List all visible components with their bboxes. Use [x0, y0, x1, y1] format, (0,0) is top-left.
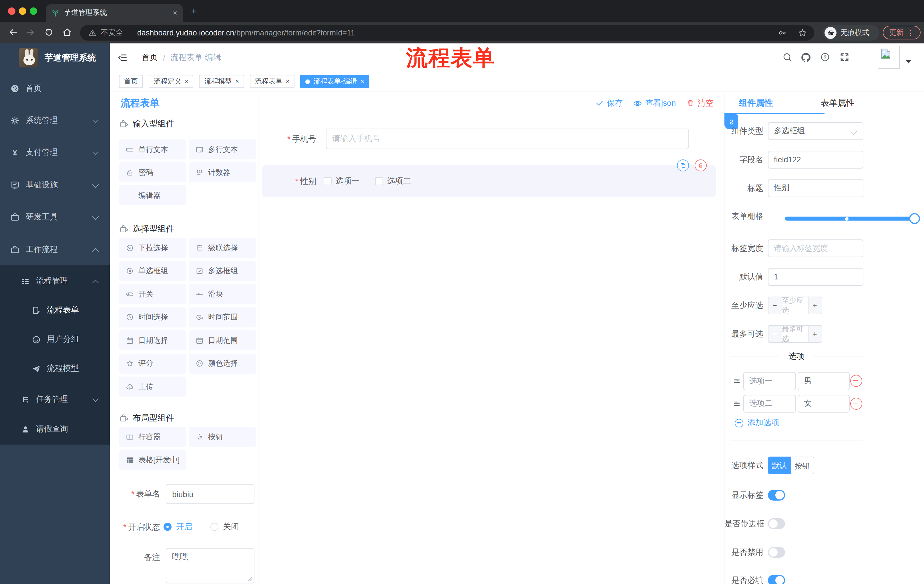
security-warning-icon[interactable]	[88, 28, 97, 37]
drag-handle-icon[interactable]	[733, 400, 741, 407]
tag-close-icon[interactable]: ×	[185, 78, 188, 85]
sidebar-item-system[interactable]: 系统管理	[0, 106, 110, 135]
avatar[interactable]	[878, 46, 900, 69]
grid-slider-handle[interactable]	[909, 213, 920, 224]
copy-component-button[interactable]	[677, 160, 689, 171]
chip-slider[interactable]: 滑块	[189, 284, 256, 304]
tag-home[interactable]: 首页	[119, 75, 143, 88]
view-json-button[interactable]: 查看json	[633, 98, 676, 108]
form-remark-textarea[interactable]: 嘿嘿	[166, 548, 254, 584]
stepper-increase-button[interactable]: +	[808, 297, 822, 314]
show-label-toggle[interactable]	[767, 490, 785, 500]
checkbox[interactable]	[375, 177, 383, 185]
clear-button[interactable]: 清空	[686, 98, 714, 108]
remove-option-button[interactable]	[850, 375, 862, 387]
tag-process-model[interactable]: 流程模型×	[199, 75, 244, 88]
gender-option-2[interactable]: 选项二	[375, 165, 411, 197]
gender-option-1[interactable]: 选项一	[323, 165, 360, 197]
bookmark-star-icon[interactable]	[798, 28, 807, 38]
chip-multi-line-text[interactable]: 多行文本	[189, 140, 256, 160]
chip-cascade-select[interactable]: 级联选择	[189, 238, 256, 258]
chip-button[interactable]: 按钮	[189, 427, 256, 447]
default-value-input[interactable]: 1	[767, 268, 863, 286]
checkbox[interactable]	[323, 177, 332, 185]
chip-table-dev[interactable]: 表格[开发中]	[119, 450, 186, 470]
stepper-decrease-button[interactable]: −	[768, 297, 782, 314]
chip-time-picker[interactable]: 时间选择	[119, 307, 186, 327]
password-key-icon[interactable]	[778, 28, 787, 38]
chip-date-range[interactable]: 日期范围	[189, 330, 256, 350]
style-default-button[interactable]: 默认	[767, 456, 791, 474]
chip-rate[interactable]: 评分	[119, 354, 186, 373]
title-input[interactable]: 性别	[767, 179, 863, 197]
search-icon[interactable]	[782, 52, 792, 62]
tag-close-icon[interactable]: ×	[361, 78, 364, 85]
chip-color-picker[interactable]: 颜色选择	[189, 354, 256, 373]
style-button-button[interactable]: 按钮	[791, 456, 814, 474]
fullscreen-icon[interactable]	[839, 52, 850, 62]
chip-row-container[interactable]: 行容器	[119, 427, 186, 447]
help-icon[interactable]: ?	[820, 52, 830, 62]
tab-form-props[interactable]: 表单属性	[806, 92, 869, 114]
form-name-input[interactable]: biubiu	[166, 484, 254, 504]
tag-process-form-edit[interactable]: 流程表单-编辑×	[300, 75, 370, 88]
tag-process-form[interactable]: 流程表单×	[250, 75, 295, 88]
phone-input[interactable]: 请输入手机号	[326, 128, 689, 149]
sidebar-item-devtools[interactable]: 研发工具	[0, 203, 110, 232]
radio-off[interactable]	[210, 523, 218, 531]
chip-time-range[interactable]: 时间范围	[189, 307, 256, 327]
radio-off-label[interactable]: 关闭	[223, 522, 239, 532]
tab-close-icon[interactable]: ×	[170, 8, 177, 17]
grid-slider-track[interactable]	[785, 217, 918, 220]
field-name-input[interactable]: field122	[767, 151, 863, 168]
tag-process-definition[interactable]: 流程定义×	[148, 75, 193, 88]
tag-close-icon[interactable]: ×	[286, 78, 290, 85]
option-value-input[interactable]: 男	[798, 372, 850, 390]
app-logo[interactable]: 芋道管理系统	[0, 43, 110, 72]
tag-close-icon[interactable]: ×	[235, 78, 239, 85]
radio-on-label[interactable]: 开启	[176, 522, 192, 532]
browser-tab[interactable]: 芋道管理系统 ×	[46, 4, 183, 22]
chip-switch[interactable]: 开关	[119, 284, 186, 304]
sidebar-item-user-groups[interactable]: 用户分组	[0, 325, 110, 354]
drag-handle-icon[interactable]	[733, 377, 741, 385]
sidebar-item-leave-query[interactable]: 请假查询	[0, 415, 110, 443]
max-checked-placeholder[interactable]: 最多可选	[782, 326, 808, 342]
sidebar-fold-icon[interactable]	[117, 53, 127, 63]
remove-option-button[interactable]	[850, 397, 862, 410]
chip-single-line-text[interactable]: 单行文本	[119, 140, 186, 160]
required-toggle[interactable]	[767, 574, 785, 584]
tab-component-props[interactable]: 组件属性	[724, 92, 787, 114]
browser-update-button[interactable]: 更新 ⋮	[883, 26, 921, 39]
sidebar-item-process-management[interactable]: 流程管理	[0, 267, 110, 295]
avatar-caret-icon[interactable]	[906, 60, 911, 63]
reload-icon[interactable]	[43, 27, 54, 38]
sidebar-item-task-management[interactable]: 任务管理	[0, 385, 110, 414]
chip-upload[interactable]: 上传	[119, 377, 186, 396]
chip-dropdown-select[interactable]: 下拉选择	[119, 238, 186, 258]
sidebar-item-infrastructure[interactable]: 基础设施	[0, 171, 110, 199]
sidebar-item-home[interactable]: 首页	[0, 74, 110, 103]
github-icon[interactable]	[800, 52, 811, 63]
zoom-window-button[interactable]	[30, 7, 37, 15]
option-label-input[interactable]: 选项一	[743, 372, 796, 390]
sidebar-item-workflow[interactable]: 工作流程	[0, 235, 110, 264]
chip-password[interactable]: 密码	[119, 162, 186, 182]
option-value-input[interactable]: 女	[798, 395, 850, 413]
radio-on[interactable]	[163, 523, 172, 531]
chip-counter[interactable]: 123 计数器	[189, 162, 256, 182]
home-icon[interactable]	[62, 27, 73, 38]
forward-icon[interactable]	[25, 27, 36, 38]
label-width-input[interactable]: 请输入标签宽度	[767, 239, 863, 257]
new-tab-button[interactable]: +	[191, 6, 197, 16]
disabled-toggle[interactable]	[767, 546, 785, 558]
back-icon[interactable]	[7, 27, 18, 38]
option-label-input[interactable]: 选项二	[743, 395, 796, 413]
sidebar-item-process-model[interactable]: 流程模型	[0, 354, 110, 383]
minimize-window-button[interactable]	[19, 7, 26, 15]
stepper-decrease-button[interactable]: −	[768, 326, 782, 342]
chip-checkbox-group[interactable]: 多选框组	[189, 261, 256, 281]
add-option-button[interactable]: 添加选项	[735, 418, 779, 428]
address-bar[interactable]: 不安全 dashboard.yudao.iocoder.cn/bpm/manag…	[80, 25, 814, 40]
border-toggle[interactable]	[767, 518, 785, 529]
